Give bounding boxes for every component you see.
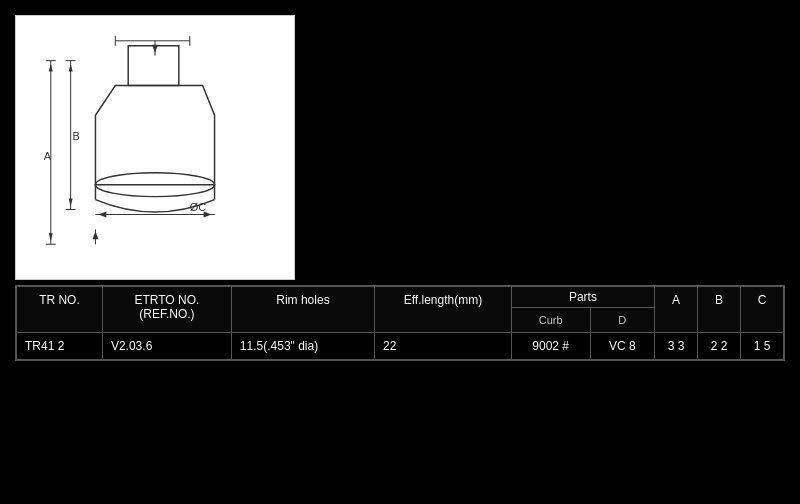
col-a: A xyxy=(655,287,698,333)
svg-text:B: B xyxy=(73,130,80,142)
cell-tr-no: TR41 2 xyxy=(17,333,103,360)
table-row: TR41 2 V2.03.6 11.5(.453" dia) 22 9002 #… xyxy=(17,333,784,360)
col-parts: Parts xyxy=(511,287,654,308)
col-tr-no: TR NO. xyxy=(17,287,103,333)
cell-c: 1 5 xyxy=(740,333,783,360)
specifications-table: TR NO. ETRTO NO. (REF.NO.) Rim holes Eff… xyxy=(15,285,785,361)
cell-a: 3 3 xyxy=(655,333,698,360)
cell-rim-holes: 11.5(.453" dia) xyxy=(231,333,374,360)
col-c: C xyxy=(740,287,783,333)
cell-etrto-no: V2.03.6 xyxy=(102,333,231,360)
col-parts-curb: Curb xyxy=(511,308,590,333)
svg-text:ØC: ØC xyxy=(190,201,206,213)
cell-parts-left: 9002 # xyxy=(511,333,590,360)
cell-b: 2 2 xyxy=(698,333,741,360)
svg-text:A: A xyxy=(44,150,52,162)
cell-parts-right: VC 8 xyxy=(590,333,654,360)
col-parts-d: D xyxy=(590,308,654,333)
col-etrto-no: ETRTO NO. (REF.NO.) xyxy=(102,287,231,333)
col-b: B xyxy=(698,287,741,333)
col-eff-length: Eff.length(mm) xyxy=(375,287,512,333)
col-rim-holes: Rim holes xyxy=(231,287,374,333)
cell-eff-length: 22 xyxy=(375,333,512,360)
technical-diagram: A B ØC xyxy=(15,15,295,280)
